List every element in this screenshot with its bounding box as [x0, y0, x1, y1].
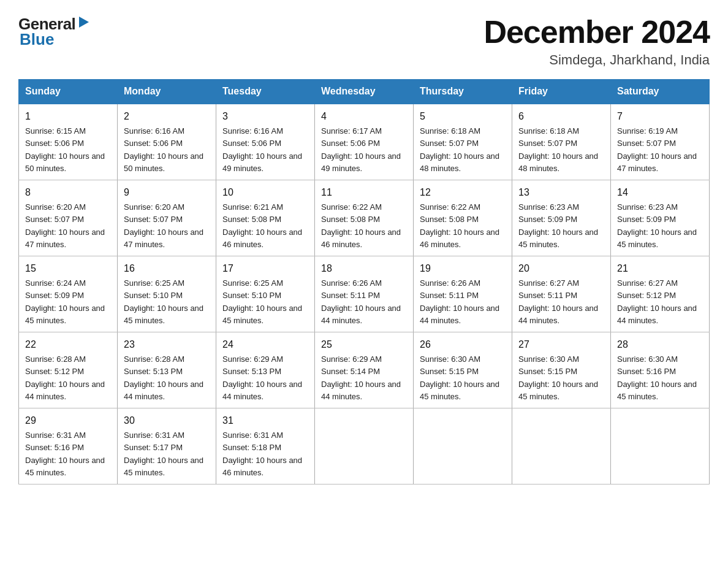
day-info: Sunrise: 6:21 AMSunset: 5:08 PMDaylight:…	[222, 202, 302, 249]
day-number: 24	[222, 337, 308, 352]
week-row-3: 15 Sunrise: 6:24 AMSunset: 5:09 PMDaylig…	[19, 256, 710, 332]
day-info: Sunrise: 6:15 AMSunset: 5:06 PMDaylight:…	[25, 126, 105, 173]
day-number: 28	[617, 337, 703, 352]
day-number: 12	[420, 185, 506, 200]
page: General Blue December 2024 Simdega, Jhar…	[0, 0, 728, 503]
calendar-cell	[315, 408, 414, 484]
calendar-cell: 8 Sunrise: 6:20 AMSunset: 5:07 PMDayligh…	[19, 180, 118, 256]
calendar-cell: 3 Sunrise: 6:16 AMSunset: 5:06 PMDayligh…	[216, 104, 315, 180]
day-number: 13	[518, 185, 604, 200]
day-info: Sunrise: 6:31 AMSunset: 5:17 PMDaylight:…	[124, 431, 203, 477]
day-number: 6	[518, 109, 604, 124]
calendar-cell: 5 Sunrise: 6:18 AMSunset: 5:07 PMDayligh…	[414, 104, 512, 180]
day-info: Sunrise: 6:30 AMSunset: 5:15 PMDaylight:…	[420, 354, 499, 401]
day-info: Sunrise: 6:23 AMSunset: 5:09 PMDaylight:…	[518, 202, 598, 249]
week-row-4: 22 Sunrise: 6:28 AMSunset: 5:12 PMDaylig…	[19, 332, 710, 408]
header-friday: Friday	[512, 80, 611, 104]
calendar-cell: 19 Sunrise: 6:26 AMSunset: 5:11 PMDaylig…	[414, 256, 512, 332]
day-info: Sunrise: 6:24 AMSunset: 5:09 PMDaylight:…	[25, 278, 105, 325]
day-number: 4	[321, 109, 407, 124]
calendar-cell	[512, 408, 611, 484]
day-info: Sunrise: 6:28 AMSunset: 5:12 PMDaylight:…	[25, 354, 105, 401]
day-info: Sunrise: 6:16 AMSunset: 5:06 PMDaylight:…	[124, 126, 203, 173]
calendar-cell: 7 Sunrise: 6:19 AMSunset: 5:07 PMDayligh…	[611, 104, 710, 180]
calendar-cell: 21 Sunrise: 6:27 AMSunset: 5:12 PMDaylig…	[611, 256, 710, 332]
calendar-cell: 11 Sunrise: 6:22 AMSunset: 5:08 PMDaylig…	[315, 180, 414, 256]
calendar-cell: 18 Sunrise: 6:26 AMSunset: 5:11 PMDaylig…	[315, 256, 414, 332]
calendar-cell: 12 Sunrise: 6:22 AMSunset: 5:08 PMDaylig…	[414, 180, 512, 256]
calendar-cell: 17 Sunrise: 6:25 AMSunset: 5:10 PMDaylig…	[216, 256, 315, 332]
day-number: 15	[25, 261, 111, 276]
calendar-cell	[414, 408, 512, 484]
day-info: Sunrise: 6:16 AMSunset: 5:06 PMDaylight:…	[222, 126, 302, 173]
calendar-cell: 24 Sunrise: 6:29 AMSunset: 5:13 PMDaylig…	[216, 332, 315, 408]
calendar-cell: 30 Sunrise: 6:31 AMSunset: 5:17 PMDaylig…	[118, 408, 216, 484]
day-info: Sunrise: 6:30 AMSunset: 5:16 PMDaylight:…	[617, 354, 697, 401]
day-info: Sunrise: 6:18 AMSunset: 5:07 PMDaylight:…	[518, 126, 598, 173]
day-number: 30	[124, 413, 210, 428]
day-number: 31	[222, 413, 308, 428]
calendar-cell: 1 Sunrise: 6:15 AMSunset: 5:06 PMDayligh…	[19, 104, 118, 180]
day-info: Sunrise: 6:25 AMSunset: 5:10 PMDaylight:…	[124, 278, 203, 325]
calendar-cell: 20 Sunrise: 6:27 AMSunset: 5:11 PMDaylig…	[512, 256, 611, 332]
day-number: 1	[25, 109, 111, 124]
day-number: 5	[420, 109, 506, 124]
day-number: 9	[124, 185, 210, 200]
calendar-table: SundayMondayTuesdayWednesdayThursdayFrid…	[18, 79, 710, 484]
day-info: Sunrise: 6:26 AMSunset: 5:11 PMDaylight:…	[321, 278, 401, 325]
calendar-cell: 4 Sunrise: 6:17 AMSunset: 5:06 PMDayligh…	[315, 104, 414, 180]
logo-arrow-icon	[77, 15, 90, 29]
day-number: 21	[617, 261, 703, 276]
day-number: 17	[222, 261, 308, 276]
day-number: 11	[321, 185, 407, 200]
svg-marker-0	[79, 17, 89, 28]
day-number: 20	[518, 261, 604, 276]
day-info: Sunrise: 6:22 AMSunset: 5:08 PMDaylight:…	[420, 202, 499, 249]
day-number: 2	[124, 109, 210, 124]
header-thursday: Thursday	[414, 80, 512, 104]
day-info: Sunrise: 6:18 AMSunset: 5:07 PMDaylight:…	[420, 126, 499, 173]
day-info: Sunrise: 6:26 AMSunset: 5:11 PMDaylight:…	[420, 278, 499, 325]
calendar-cell: 10 Sunrise: 6:21 AMSunset: 5:08 PMDaylig…	[216, 180, 315, 256]
day-info: Sunrise: 6:28 AMSunset: 5:13 PMDaylight:…	[124, 354, 203, 401]
day-number: 23	[124, 337, 210, 352]
day-info: Sunrise: 6:19 AMSunset: 5:07 PMDaylight:…	[617, 126, 697, 173]
day-info: Sunrise: 6:22 AMSunset: 5:08 PMDaylight:…	[321, 202, 401, 249]
calendar-cell: 13 Sunrise: 6:23 AMSunset: 5:09 PMDaylig…	[512, 180, 611, 256]
day-info: Sunrise: 6:23 AMSunset: 5:09 PMDaylight:…	[617, 202, 697, 249]
day-info: Sunrise: 6:30 AMSunset: 5:15 PMDaylight:…	[518, 354, 598, 401]
header: General Blue December 2024 Simdega, Jhar…	[18, 15, 710, 68]
day-info: Sunrise: 6:25 AMSunset: 5:10 PMDaylight:…	[222, 278, 302, 325]
day-number: 8	[25, 185, 111, 200]
calendar-cell: 26 Sunrise: 6:30 AMSunset: 5:15 PMDaylig…	[414, 332, 512, 408]
calendar-cell: 9 Sunrise: 6:20 AMSunset: 5:07 PMDayligh…	[118, 180, 216, 256]
week-row-5: 29 Sunrise: 6:31 AMSunset: 5:16 PMDaylig…	[19, 408, 710, 484]
header-wednesday: Wednesday	[315, 80, 414, 104]
calendar-cell: 28 Sunrise: 6:30 AMSunset: 5:16 PMDaylig…	[611, 332, 710, 408]
day-info: Sunrise: 6:20 AMSunset: 5:07 PMDaylight:…	[25, 202, 105, 249]
day-info: Sunrise: 6:29 AMSunset: 5:13 PMDaylight:…	[222, 354, 302, 401]
calendar-cell: 29 Sunrise: 6:31 AMSunset: 5:16 PMDaylig…	[19, 408, 118, 484]
calendar-cell: 2 Sunrise: 6:16 AMSunset: 5:06 PMDayligh…	[118, 104, 216, 180]
logo-blue-text: Blue	[20, 30, 54, 48]
day-number: 7	[617, 109, 703, 124]
header-tuesday: Tuesday	[216, 80, 315, 104]
calendar-cell: 31 Sunrise: 6:31 AMSunset: 5:18 PMDaylig…	[216, 408, 315, 484]
day-number: 22	[25, 337, 111, 352]
day-info: Sunrise: 6:17 AMSunset: 5:06 PMDaylight:…	[321, 126, 401, 173]
calendar-subtitle: Simdega, Jharkhand, India	[483, 52, 710, 68]
day-number: 26	[420, 337, 506, 352]
day-number: 14	[617, 185, 703, 200]
logo: General Blue	[18, 15, 90, 49]
day-info: Sunrise: 6:27 AMSunset: 5:12 PMDaylight:…	[617, 278, 697, 325]
day-info: Sunrise: 6:31 AMSunset: 5:18 PMDaylight:…	[222, 431, 302, 477]
day-info: Sunrise: 6:20 AMSunset: 5:07 PMDaylight:…	[124, 202, 203, 249]
calendar-cell: 23 Sunrise: 6:28 AMSunset: 5:13 PMDaylig…	[118, 332, 216, 408]
day-info: Sunrise: 6:29 AMSunset: 5:14 PMDaylight:…	[321, 354, 401, 401]
day-number: 25	[321, 337, 407, 352]
day-number: 3	[222, 109, 308, 124]
day-info: Sunrise: 6:27 AMSunset: 5:11 PMDaylight:…	[518, 278, 598, 325]
day-number: 18	[321, 261, 407, 276]
week-row-1: 1 Sunrise: 6:15 AMSunset: 5:06 PMDayligh…	[19, 104, 710, 180]
calendar-cell: 27 Sunrise: 6:30 AMSunset: 5:15 PMDaylig…	[512, 332, 611, 408]
